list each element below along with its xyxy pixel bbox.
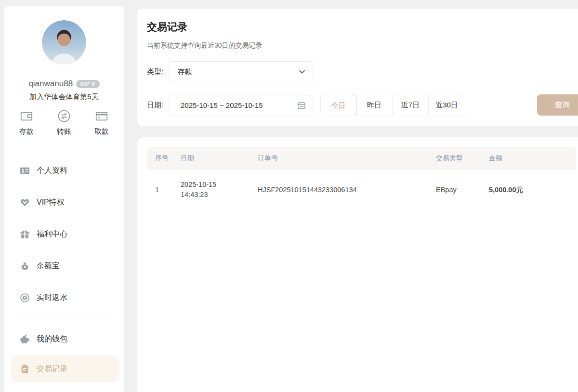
vip-badge: VIP 0 [76,80,100,88]
sidebar-item-transaction-records[interactable]: 交易记录 [11,355,119,382]
cell-type: EBpay [436,186,489,194]
sidebar-divider [13,317,116,317]
sidebar-item-label: 福利中心 [37,229,67,239]
sidebar-item-vip[interactable]: VIP特权 [11,193,119,212]
header-date: 日期 [181,154,258,163]
withdraw-action[interactable]: 取款 [86,109,118,136]
quick-action-label: 取款 [94,127,109,136]
filter-panel: 交易记录 当前系统支持查询最近30日的交易记录 类型: 存款 日期: 2025-… [137,9,578,126]
sidebar: qianwanu88 VIP 0 加入华体会体育第5天 存款 [4,6,124,392]
table-header-row: 序号 日期 订单号 交易类型 金额 [147,147,576,170]
sidebar-menu: 个人资料 VIP特权 福利中心 [11,161,119,307]
date-range-value: 2025-10-15 ~ 2025-10-15 [181,101,263,109]
id-card-icon [19,165,30,176]
piggy-bank-icon [19,334,30,344]
sidebar-item-profile[interactable]: 个人资料 [11,161,119,180]
transaction-type-select[interactable]: 存款 [169,61,313,82]
page-title: 交易记录 [147,20,578,34]
cell-date: 2025-10-15 14:43:23 [181,180,258,200]
transfer-icon [57,109,71,123]
sidebar-item-label: 个人资料 [37,166,67,176]
header-index: 序号 [155,154,181,163]
sidebar-item-label: 余额宝 [37,261,60,271]
page-subtitle: 当前系统支持查询最近30日的交易记录 [147,41,578,50]
rebate-coin-icon [19,292,30,303]
query-button[interactable]: 查询 [537,94,578,116]
cell-date-time: 14:43:23 [181,190,258,200]
bank-card-icon [94,109,109,123]
date-range-input[interactable]: 2025-10-15 ~ 2025-10-15 [169,95,313,116]
vip-icon [19,197,30,208]
chevron-down-icon [298,68,306,76]
username: qianwanu88 [28,79,73,89]
range-30days-button[interactable]: 近30日 [429,94,465,116]
sidebar-item-yuebao[interactable]: 余额宝 [11,256,119,275]
cell-order-no: HJSF202510151443233006134 [258,186,436,194]
header-order-no: 订单号 [258,154,436,163]
quick-range-group: 今日 昨日 近7日 近30日 [320,94,465,116]
sidebar-item-label: 实时返水 [37,293,67,303]
wallet-icon [19,109,34,123]
cell-date-day: 2025-10-15 [181,180,258,190]
sidebar-item-benefits[interactable]: 福利中心 [11,224,119,244]
sidebar-item-label: 我的钱包 [37,334,67,344]
transaction-record-icon [19,364,30,374]
quick-actions: 存款 转账 取款 [11,109,118,136]
cell-amount: 5,000.00元 [489,185,576,195]
records-table-panel: 序号 日期 订单号 交易类型 金额 1 2025-10-15 14:43:23 … [137,137,578,392]
sidebar-item-rebate[interactable]: 实时返水 [11,288,119,307]
date-filter-label: 日期: [147,101,169,110]
cell-index: 1 [155,186,181,194]
header-amount: 金额 [489,154,576,163]
transfer-action[interactable]: 转账 [48,109,80,136]
sidebar-item-my-wallet[interactable]: 我的钱包 [11,329,119,349]
quick-action-label: 存款 [19,127,34,136]
selected-type-value: 存款 [178,67,192,77]
join-days-text: 加入华体会体育第5天 [4,92,124,102]
range-yesterday-button[interactable]: 昨日 [356,94,393,116]
table-row: 1 2025-10-15 14:43:23 HJSF20251015144323… [147,176,576,204]
money-bag-icon [19,261,30,271]
range-7days-button[interactable]: 近7日 [393,94,429,116]
sidebar-item-label: 交易记录 [37,364,67,374]
type-filter-label: 类型: [147,67,169,77]
calendar-icon [297,101,306,110]
quick-action-label: 转账 [57,127,71,136]
gift-icon [19,229,30,239]
sidebar-item-label: VIP特权 [37,197,65,208]
range-today-button[interactable]: 今日 [320,94,356,116]
deposit-action[interactable]: 存款 [11,109,42,136]
avatar[interactable] [42,20,86,65]
header-type: 交易类型 [436,154,489,163]
wallet-menu: 我的钱包 交易记录 [11,329,119,382]
